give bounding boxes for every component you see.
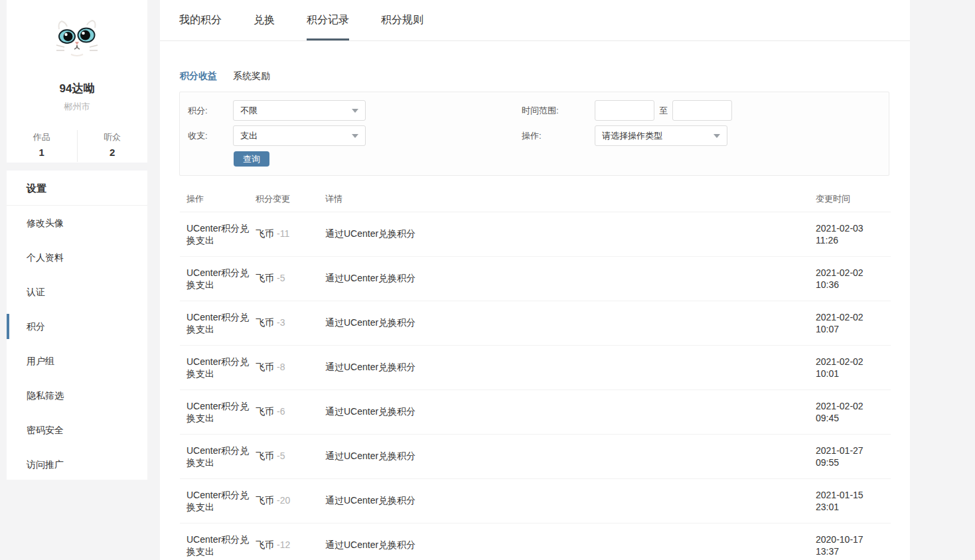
header-operation: 操作	[180, 193, 256, 205]
sidebar-item-personal-info[interactable]: 个人资料	[7, 240, 147, 275]
table-row: UCenter积分兑换支出 飞币-8 通过UCenter兑换积分 2021-02…	[180, 346, 891, 390]
inout-select[interactable]: 支出	[233, 125, 366, 146]
sidebar-item-privacy-filter[interactable]: 隐私筛选	[7, 378, 147, 413]
row-currency: 飞币	[256, 495, 274, 506]
row-date: 2021-01-15	[816, 489, 891, 501]
score-filter-label: 积分:	[188, 105, 233, 117]
row-date: 2021-02-02	[816, 400, 891, 412]
row-date: 2021-02-02	[816, 356, 891, 368]
row-clock: 09:45	[816, 412, 891, 424]
row-date: 2021-01-27	[816, 445, 891, 456]
time-until-input[interactable]	[672, 100, 732, 121]
query-button[interactable]: 查询	[234, 151, 269, 167]
row-detail: 通过UCenter兑换积分	[325, 495, 816, 507]
row-detail: 通过UCenter兑换积分	[325, 451, 816, 462]
row-clock: 10:36	[816, 279, 891, 291]
time-range-label: 时间范围:	[522, 105, 595, 117]
row-currency: 飞币	[256, 317, 274, 328]
row-currency: 飞币	[256, 451, 274, 461]
sidebar-item-verification[interactable]: 认证	[7, 275, 147, 309]
row-date: 2021-02-02	[816, 311, 891, 323]
score-select-value: 不限	[240, 105, 258, 117]
sidebar-item-points[interactable]: 积分	[7, 309, 147, 344]
sidebar-item-access-promotion[interactable]: 访问推广	[7, 447, 147, 482]
chevron-down-icon	[713, 134, 720, 138]
table-row: UCenter积分兑换支出 飞币-5 通过UCenter兑换积分 2021-01…	[180, 435, 891, 479]
table-row: UCenter积分兑换支出 飞币-12 通过UCenter兑换积分 2020-1…	[180, 524, 891, 560]
chevron-down-icon	[352, 134, 358, 138]
tab-bar: 我的积分 兑换 积分记录 积分规则	[160, 0, 910, 41]
row-date: 2021-02-02	[816, 267, 891, 279]
row-change-value: -5	[277, 273, 285, 283]
table-row: UCenter积分兑换支出 飞币-3 通过UCenter兑换积分 2021-02…	[180, 301, 891, 346]
row-detail: 通过UCenter兑换积分	[325, 273, 816, 285]
stat-listeners-label: 听众	[78, 131, 148, 143]
row-operation: UCenter积分兑换支出	[180, 311, 256, 335]
stat-works-value: 1	[7, 147, 77, 158]
stat-listeners[interactable]: 听众 2	[78, 130, 148, 162]
row-change: 飞币-6	[256, 406, 325, 418]
time-from-input[interactable]	[595, 100, 654, 121]
row-change-value: -20	[277, 495, 290, 506]
row-change-value: -11	[277, 228, 289, 239]
row-change-time: 2021-02-03 11:26	[816, 222, 891, 246]
row-clock: 10:07	[816, 323, 891, 335]
row-clock: 23:01	[816, 501, 891, 513]
header-detail: 详情	[325, 193, 816, 205]
row-change-time: 2020-10-17 13:37	[816, 533, 891, 557]
row-change: 飞币-5	[256, 451, 325, 462]
score-select[interactable]: 不限	[233, 100, 366, 121]
action-select[interactable]: 请选择操作类型	[595, 125, 727, 146]
row-change-time: 2021-02-02 10:01	[816, 356, 891, 380]
row-change: 飞币-3	[256, 317, 325, 329]
row-operation: UCenter积分兑换支出	[180, 533, 256, 557]
row-clock: 13:37	[816, 545, 891, 557]
tab-points-record[interactable]: 积分记录	[307, 0, 349, 40]
row-detail: 通过UCenter兑换积分	[325, 228, 816, 240]
stat-works-label: 作品	[7, 131, 77, 143]
settings-title: 设置	[7, 171, 147, 206]
sidebar-item-user-group[interactable]: 用户组	[7, 344, 147, 378]
user-location: 郴州市	[64, 101, 90, 113]
tab-my-points[interactable]: 我的积分	[179, 0, 222, 40]
row-operation: UCenter积分兑换支出	[180, 267, 256, 291]
row-change: 飞币-11	[256, 228, 325, 240]
chevron-down-icon	[352, 109, 358, 113]
row-change: 飞币-20	[256, 495, 325, 507]
tab-points-rules[interactable]: 积分规则	[381, 0, 423, 40]
row-operation: UCenter积分兑换支出	[180, 400, 256, 424]
table-row: UCenter积分兑换支出 飞币-6 通过UCenter兑换积分 2021-02…	[180, 390, 891, 435]
subtab-system-reward[interactable]: 系统奖励	[233, 70, 270, 82]
sidebar-item-change-avatar[interactable]: 修改头像	[7, 206, 147, 240]
sidebar-item-points-label: 积分	[27, 321, 45, 332]
profile-card: 94达呦 郴州市 作品 1 听众 2	[7, 0, 147, 163]
row-change-time: 2021-02-02 10:07	[816, 311, 891, 335]
sidebar-item-password-security[interactable]: 密码安全	[7, 413, 147, 447]
stat-works[interactable]: 作品 1	[7, 130, 78, 162]
row-clock: 10:01	[816, 368, 891, 380]
action-filter-label: 操作:	[522, 130, 595, 142]
stat-listeners-value: 2	[78, 147, 148, 158]
cat-avatar-icon	[55, 20, 99, 62]
inout-select-value: 支出	[240, 130, 258, 142]
table-body: UCenter积分兑换支出 飞币-11 通过UCenter兑换积分 2021-0…	[180, 212, 891, 560]
points-table: 操作 积分变更 详情 变更时间 UCenter积分兑换支出 飞币-11 通过UC…	[180, 186, 891, 560]
header-change: 积分变更	[256, 193, 325, 205]
row-currency: 飞币	[256, 539, 274, 550]
row-change-value: -6	[277, 406, 285, 417]
row-change-value: -12	[277, 539, 290, 550]
row-detail: 通过UCenter兑换积分	[325, 362, 816, 374]
row-change-value: -5	[277, 451, 285, 461]
filter-panel: 积分: 不限 时间范围: 至 收支: 支出 操作: 请选择操作类型	[179, 92, 889, 176]
row-operation: UCenter积分兑换支出	[180, 445, 256, 468]
row-change-value: -8	[277, 362, 285, 372]
table-header: 操作 积分变更 详情 变更时间	[180, 186, 891, 212]
row-detail: 通过UCenter兑换积分	[325, 539, 816, 551]
settings-menu: 设置 修改头像 个人资料 认证 积分 用户组 隐私筛选 密码安全 访问推广	[7, 171, 147, 480]
row-change: 飞币-12	[256, 539, 325, 551]
active-indicator	[7, 314, 9, 339]
sub-tab-bar: 积分收益 系统奖励	[160, 70, 910, 82]
points-page: 我的积分 兑换 积分记录 积分规则 积分收益 系统奖励 积分: 不限 时间范围:…	[160, 0, 910, 560]
subtab-points-income[interactable]: 积分收益	[180, 70, 217, 82]
tab-exchange[interactable]: 兑换	[254, 0, 275, 40]
